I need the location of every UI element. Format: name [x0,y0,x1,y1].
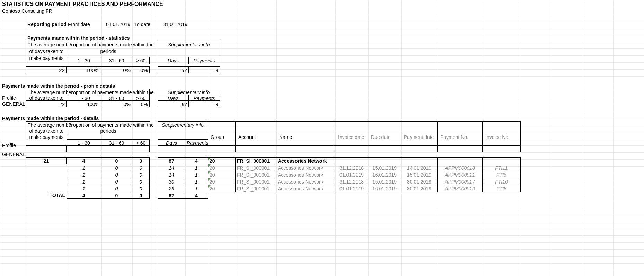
s2-row-avg: 22 [26,100,67,107]
row-invoice-no: FTI10 [483,178,521,185]
s3-prop-2: periods [67,127,150,134]
s1-prop-label-2: periods [67,48,150,55]
agg-invdate [335,157,368,164]
company-name: Contoso Consulting FR [1,8,54,15]
row-due-date: 16.01.2019 [368,171,401,178]
total-31-60: 0 [101,192,132,199]
s2-row-payments: 4 [189,100,220,107]
s3-row-profile: GENERAL [1,151,27,158]
row-due-date: 15.01.2019 [368,164,401,171]
agg-group: 20 [208,157,236,164]
s3-col-payno-box [438,121,483,145]
s3-130-box2 [67,145,101,152]
row-payment-date: 30.01.2019 [401,178,438,185]
row-name: Accessories Network [276,185,335,192]
row-days: 14 [158,164,185,171]
row-payment-no: APPM000017 [438,178,483,185]
s1-val-payments: 4 [189,66,220,73]
agg-duedate [368,157,401,164]
number-stored-as-text-icon [208,164,211,167]
s3-pay-box2 [185,145,208,152]
section1-heading: Payments made within the period - statis… [26,35,131,42]
agg-avg: 21 [26,157,67,164]
row-31-60: 0 [101,185,132,192]
s1-col-days: Days [158,57,189,64]
s3-supp: Supplementary info [158,121,208,128]
s1-val-31-60: 0% [101,66,132,73]
s1-val-avg: 22 [26,66,67,73]
s3-col-days: Days [158,139,185,146]
s3-col-invdate-box [335,121,368,145]
from-date-value: 01.01.2019 [100,21,132,28]
row-invoice-date: 01.01.2019 [335,185,368,192]
section3-heading: Payments made within the period - detail… [1,115,100,122]
s1-avg-label-2: of days taken to [26,48,67,55]
s3-abox2 [236,145,276,152]
number-stored-as-text-icon [208,158,211,160]
s3-col-group-box [208,121,236,145]
row-1-30: 1 [67,185,101,192]
s3-nbox2 [276,145,335,152]
row-1-30: 1 [67,171,101,178]
s2-row-gt60: 0% [132,100,150,107]
row-1-30: 1 [67,178,101,185]
s1-supp-spacer [158,48,220,57]
agg-days: 87 [158,157,185,164]
spreadsheet[interactable]: STATISTICS ON PAYMENT PRACTICES AND PERF… [0,0,644,276]
s2-row-profile: GENERAL [1,100,27,107]
s3-col-invno-box [483,121,521,145]
row-group: 20 [208,178,236,185]
s3-col-duedate: Due date [370,134,392,141]
s3-dbox2 [368,145,401,152]
agg-name: Accessories Network [276,157,335,164]
row-gt60: 0 [132,171,150,178]
s3-avg-3: make payments [26,134,67,141]
row-due-date: 16.01.2019 [368,185,401,192]
s1-col-payments: Payments [189,57,220,64]
row-gt60: 0 [132,164,150,171]
row-days: 14 [158,171,185,178]
agg-31-60: 0 [101,157,132,164]
s3-col-invdate: Invoice date [337,134,366,141]
s3-avg-1: The average number [26,121,67,128]
s3-col-invno: Invoice No. [484,134,511,141]
s3-col-payments: Payments [185,139,208,146]
s3-prop-1: Proportion of payments made within the [67,121,150,128]
agg-paydate [401,157,438,164]
total-days: 87 [158,192,185,199]
row-payment-no: APPM000018 [438,164,483,171]
s2-row-days: 87 [158,100,189,107]
number-stored-as-text-icon [208,185,211,188]
s3-col-1-30: 1 - 30 [67,139,101,146]
row-due-date: 15.01.2019 [368,178,401,185]
s1-col-gt60: > 60 [132,57,150,64]
s3-col-duedate-box [368,121,401,145]
s3-pnbox2 [438,145,483,152]
s1-prop-label-1: Proportion of payments made within the [67,41,150,48]
total-label: TOTAL [26,192,67,199]
s3-col-account-box [236,121,276,145]
agg-invno [483,157,521,164]
s3-col-paydate: Payment date [403,134,435,141]
row-group: 20 [208,171,236,178]
row-invoice-date: 31.12.2018 [335,178,368,185]
s3-avg-box2 [26,145,67,152]
row-invoice-no: FTI5 [483,185,521,192]
s1-supp-label: Supplementary info [158,41,220,48]
row-name: Accessories Network [276,171,335,178]
to-date-label: To date [133,21,152,28]
row-payment-date: 14.01.2019 [401,164,438,171]
row-account: FR_SI_000001 [236,185,276,192]
s1-col-1-30: 1 - 30 [67,57,101,64]
s3-avg-2: of days taken to [26,127,67,134]
s3-col-paydate-box [401,121,438,145]
s3-col-group: Group [209,134,226,141]
number-stored-as-text-icon [208,171,211,174]
row-invoice-date: 01.01.2019 [335,171,368,178]
s1-avg-label-1: The average number [26,41,67,48]
report-title: STATISTICS ON PAYMENT PRACTICES AND PERF… [1,1,165,8]
total-gt60: 0 [132,192,150,199]
row-group: 20 [208,185,236,192]
row-invoice-date: 31.12.2018 [335,164,368,171]
s3-pbox2 [401,145,438,152]
